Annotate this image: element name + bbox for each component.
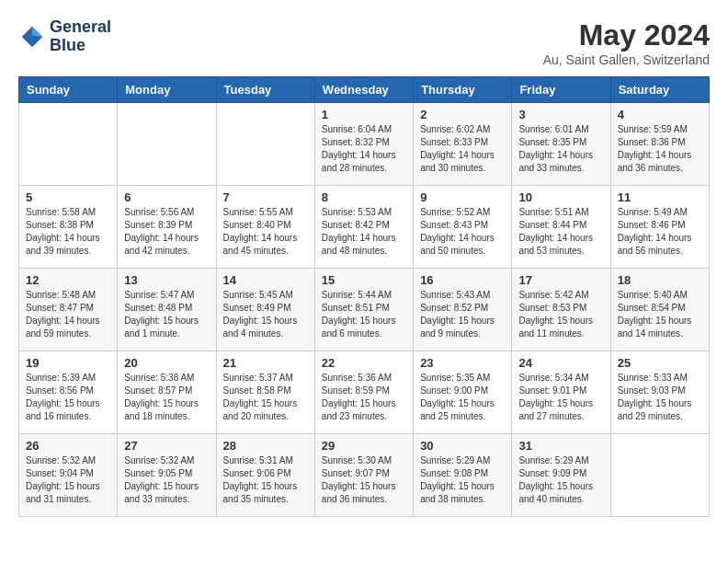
day-number: 9: [420, 190, 505, 204]
day-info: Sunrise: 5:56 AM Sunset: 8:39 PM Dayligh…: [124, 206, 209, 258]
calendar-cell: 28Sunrise: 5:31 AM Sunset: 9:06 PM Dayli…: [216, 434, 314, 517]
calendar-cell: 18Sunrise: 5:40 AM Sunset: 8:54 PM Dayli…: [610, 269, 709, 351]
calendar-cell: 5Sunrise: 5:58 AM Sunset: 8:38 PM Daylig…: [19, 186, 118, 269]
location: Au, Saint Gallen, Switzerland: [543, 52, 710, 67]
day-number: 20: [124, 356, 209, 370]
day-info: Sunrise: 5:52 AM Sunset: 8:43 PM Dayligh…: [420, 206, 505, 258]
calendar-cell: 9Sunrise: 5:52 AM Sunset: 8:43 PM Daylig…: [414, 186, 512, 269]
day-info: Sunrise: 5:37 AM Sunset: 8:58 PM Dayligh…: [223, 372, 308, 423]
day-info: Sunrise: 5:45 AM Sunset: 8:49 PM Dayligh…: [223, 289, 308, 340]
calendar-cell: 30Sunrise: 5:29 AM Sunset: 9:08 PM Dayli…: [414, 434, 512, 517]
day-number: 17: [518, 273, 603, 287]
header-sunday: Sunday: [19, 77, 118, 103]
day-number: 6: [124, 190, 209, 204]
calendar-cell: 7Sunrise: 5:55 AM Sunset: 8:40 PM Daylig…: [216, 186, 314, 269]
calendar-cell: [118, 103, 216, 186]
calendar-cell: 19Sunrise: 5:39 AM Sunset: 8:56 PM Dayli…: [19, 351, 118, 434]
day-info: Sunrise: 5:43 AM Sunset: 8:52 PM Dayligh…: [420, 289, 505, 340]
calendar-cell: 16Sunrise: 5:43 AM Sunset: 8:52 PM Dayli…: [414, 269, 512, 351]
day-number: 7: [223, 190, 308, 204]
calendar-cell: 17Sunrise: 5:42 AM Sunset: 8:53 PM Dayli…: [512, 269, 610, 351]
day-info: Sunrise: 6:01 AM Sunset: 8:35 PM Dayligh…: [518, 123, 603, 175]
day-info: Sunrise: 5:47 AM Sunset: 8:48 PM Dayligh…: [124, 289, 209, 340]
day-number: 29: [322, 439, 406, 453]
day-number: 1: [322, 108, 406, 121]
day-info: Sunrise: 5:44 AM Sunset: 8:51 PM Dayligh…: [322, 289, 406, 340]
header-friday: Friday: [512, 77, 610, 103]
day-info: Sunrise: 5:34 AM Sunset: 9:01 PM Dayligh…: [518, 372, 603, 423]
calendar-cell: 14Sunrise: 5:45 AM Sunset: 8:49 PM Dayli…: [216, 269, 314, 351]
day-info: Sunrise: 6:04 AM Sunset: 8:32 PM Dayligh…: [322, 123, 406, 175]
day-info: Sunrise: 5:59 AM Sunset: 8:36 PM Dayligh…: [618, 123, 702, 175]
day-info: Sunrise: 5:49 AM Sunset: 8:46 PM Dayligh…: [618, 206, 702, 258]
day-info: Sunrise: 5:39 AM Sunset: 8:56 PM Dayligh…: [26, 372, 110, 423]
header-monday: Monday: [118, 77, 216, 103]
title-block: May 2024 Au, Saint Gallen, Switzerland: [543, 18, 710, 67]
day-number: 3: [518, 108, 603, 121]
logo-line2: Blue: [50, 37, 111, 55]
day-info: Sunrise: 5:51 AM Sunset: 8:44 PM Dayligh…: [518, 206, 603, 258]
day-info: Sunrise: 5:35 AM Sunset: 9:00 PM Dayligh…: [420, 372, 505, 423]
day-number: 5: [26, 190, 110, 204]
page-header: General Blue May 2024 Au, Saint Gallen, …: [18, 18, 710, 67]
day-number: 15: [322, 273, 406, 287]
day-number: 27: [124, 439, 209, 453]
day-number: 11: [618, 190, 702, 204]
calendar-week-row: 1Sunrise: 6:04 AM Sunset: 8:32 PM Daylig…: [19, 103, 710, 186]
calendar-cell: 31Sunrise: 5:29 AM Sunset: 9:09 PM Dayli…: [512, 434, 610, 517]
calendar-cell: 20Sunrise: 5:38 AM Sunset: 8:57 PM Dayli…: [118, 351, 216, 434]
day-info: Sunrise: 5:53 AM Sunset: 8:42 PM Dayligh…: [322, 206, 406, 258]
day-number: 19: [26, 356, 110, 370]
calendar-cell: 2Sunrise: 6:02 AM Sunset: 8:33 PM Daylig…: [414, 103, 512, 186]
calendar-cell: 21Sunrise: 5:37 AM Sunset: 8:58 PM Dayli…: [216, 351, 314, 434]
calendar-week-row: 5Sunrise: 5:58 AM Sunset: 8:38 PM Daylig…: [19, 186, 710, 269]
day-number: 10: [518, 190, 603, 204]
month-year: May 2024: [543, 18, 710, 52]
calendar-header-row: SundayMondayTuesdayWednesdayThursdayFrid…: [19, 77, 710, 103]
day-info: Sunrise: 5:58 AM Sunset: 8:38 PM Dayligh…: [26, 206, 110, 258]
calendar-cell: 23Sunrise: 5:35 AM Sunset: 9:00 PM Dayli…: [414, 351, 512, 434]
day-number: 2: [420, 108, 505, 121]
calendar-cell: 11Sunrise: 5:49 AM Sunset: 8:46 PM Dayli…: [610, 186, 709, 269]
day-info: Sunrise: 5:30 AM Sunset: 9:07 PM Dayligh…: [322, 454, 406, 506]
logo: General Blue: [18, 18, 111, 55]
logo-icon: [18, 23, 46, 51]
calendar-cell: 29Sunrise: 5:30 AM Sunset: 9:07 PM Dayli…: [314, 434, 413, 517]
day-info: Sunrise: 5:32 AM Sunset: 9:04 PM Dayligh…: [26, 454, 110, 506]
day-info: Sunrise: 5:29 AM Sunset: 9:08 PM Dayligh…: [420, 454, 505, 506]
calendar-cell: 4Sunrise: 5:59 AM Sunset: 8:36 PM Daylig…: [610, 103, 709, 186]
day-number: 8: [322, 190, 406, 204]
day-info: Sunrise: 5:48 AM Sunset: 8:47 PM Dayligh…: [26, 289, 110, 340]
day-info: Sunrise: 5:33 AM Sunset: 9:03 PM Dayligh…: [618, 372, 702, 423]
day-number: 13: [124, 273, 209, 287]
day-number: 25: [618, 356, 702, 370]
header-tuesday: Tuesday: [216, 77, 314, 103]
calendar-cell: 27Sunrise: 5:32 AM Sunset: 9:05 PM Dayli…: [118, 434, 216, 517]
calendar-cell: 13Sunrise: 5:47 AM Sunset: 8:48 PM Dayli…: [118, 269, 216, 351]
calendar-cell: 10Sunrise: 5:51 AM Sunset: 8:44 PM Dayli…: [512, 186, 610, 269]
day-number: 28: [223, 439, 308, 453]
calendar-cell: [610, 434, 709, 517]
logo-line1: General: [50, 18, 111, 37]
day-number: 18: [618, 273, 702, 287]
day-number: 12: [26, 273, 110, 287]
day-number: 30: [420, 439, 505, 453]
day-number: 24: [518, 356, 603, 370]
day-info: Sunrise: 5:31 AM Sunset: 9:06 PM Dayligh…: [223, 454, 308, 506]
day-number: 31: [518, 439, 603, 453]
day-number: 4: [618, 108, 702, 121]
calendar-cell: 12Sunrise: 5:48 AM Sunset: 8:47 PM Dayli…: [19, 269, 118, 351]
calendar-table: SundayMondayTuesdayWednesdayThursdayFrid…: [18, 76, 710, 517]
calendar-cell: 25Sunrise: 5:33 AM Sunset: 9:03 PM Dayli…: [610, 351, 709, 434]
day-info: Sunrise: 5:42 AM Sunset: 8:53 PM Dayligh…: [518, 289, 603, 340]
day-number: 21: [223, 356, 308, 370]
header-thursday: Thursday: [414, 77, 512, 103]
calendar-cell: 26Sunrise: 5:32 AM Sunset: 9:04 PM Dayli…: [19, 434, 118, 517]
svg-marker-1: [32, 27, 42, 37]
day-info: Sunrise: 5:32 AM Sunset: 9:05 PM Dayligh…: [124, 454, 209, 506]
day-info: Sunrise: 5:29 AM Sunset: 9:09 PM Dayligh…: [518, 454, 603, 506]
calendar-cell: 1Sunrise: 6:04 AM Sunset: 8:32 PM Daylig…: [314, 103, 413, 186]
day-number: 22: [322, 356, 406, 370]
day-info: Sunrise: 6:02 AM Sunset: 8:33 PM Dayligh…: [420, 123, 505, 175]
day-number: 26: [26, 439, 110, 453]
